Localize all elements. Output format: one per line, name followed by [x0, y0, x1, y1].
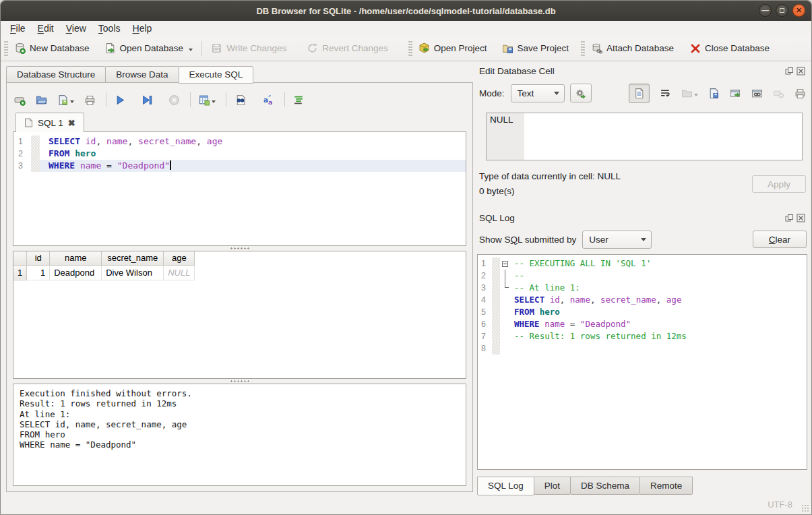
- log-text: SELECT id, name, secret_name, age: [513, 294, 681, 306]
- column-header-secret_name[interactable]: secret_name: [102, 251, 164, 265]
- editor-line[interactable]: 2FROM hero: [13, 148, 466, 160]
- tab-sql-log[interactable]: SQL Log: [477, 477, 534, 495]
- close-dock-icon2[interactable]: [797, 214, 805, 222]
- main-toolbar: New Database Open Database Write Changes…: [1, 36, 811, 61]
- new-database-button[interactable]: New Database: [11, 40, 92, 56]
- sql-toolbar: aa: [14, 90, 466, 110]
- submitted-by-combobox[interactable]: User: [582, 231, 652, 249]
- resize-grip[interactable]: [801, 504, 809, 512]
- text-mode-toggle[interactable]: [629, 84, 650, 103]
- save-project-button[interactable]: Save Project: [499, 40, 572, 56]
- close-database-button[interactable]: Close Database: [687, 41, 772, 56]
- toolbar-drag-handle[interactable]: [4, 40, 8, 57]
- text-cursor: [170, 160, 171, 170]
- save-cell-data-icon[interactable]: [708, 88, 720, 99]
- menu-view[interactable]: View: [60, 22, 92, 34]
- copy-link-icon[interactable]: [751, 88, 763, 99]
- execution-output[interactable]: Execution finished without errors.Result…: [13, 384, 466, 486]
- column-header-name[interactable]: name: [50, 251, 102, 265]
- line-number: 3: [13, 160, 31, 172]
- fold-box-icon[interactable]: [502, 261, 508, 267]
- save-results-dropdown-arrow[interactable]: [212, 100, 216, 103]
- import-cell-data-button: [681, 88, 698, 99]
- attach-database-button[interactable]: Attach Database: [588, 40, 677, 56]
- title-bar[interactable]: DB Browser for SQLite - /home/user/code/…: [1, 1, 811, 21]
- new-sql-tab-button[interactable]: [14, 94, 26, 106]
- table-cell[interactable]: 1: [27, 265, 50, 280]
- toolbar-drag-handle3[interactable]: [581, 40, 585, 57]
- sql-file-tab[interactable]: SQL 1 ✖: [15, 113, 84, 132]
- toolbar-drag-handle2[interactable]: [408, 40, 412, 57]
- log-line: 8: [478, 342, 807, 355]
- float-dock-icon[interactable]: [785, 67, 794, 75]
- open-in-app-icon[interactable]: [730, 88, 741, 99]
- auto-apply-button[interactable]: [570, 84, 592, 102]
- fold-margin: [31, 148, 40, 160]
- word-wrap-icon[interactable]: [660, 88, 671, 99]
- table-cell[interactable]: NULL: [164, 265, 195, 280]
- save-results-button[interactable]: [199, 94, 216, 106]
- format-sql-button[interactable]: [293, 94, 305, 106]
- open-database-dropdown-arrow[interactable]: [189, 49, 193, 51]
- editor-line[interactable]: 1SELECT id, name, secret_name, age: [13, 135, 466, 148]
- minimize-button[interactable]: —: [759, 4, 772, 17]
- menu-tools[interactable]: Tools: [92, 22, 127, 34]
- cell-value-editor[interactable]: NULL: [486, 113, 803, 160]
- autocomplete-button[interactable]: aa: [263, 94, 274, 106]
- line-number: 2: [478, 270, 492, 282]
- print-cell-icon[interactable]: [794, 88, 806, 99]
- mode-combobox[interactable]: Text: [511, 84, 565, 102]
- splitter-results-output[interactable]: [13, 379, 466, 384]
- open-database-button[interactable]: Open Database: [102, 40, 196, 56]
- sql-editor[interactable]: 1SELECT id, name, secret_name, age2FROM …: [13, 131, 466, 246]
- splitter-editor-results[interactable]: [13, 246, 466, 251]
- open-sql-file-button[interactable]: [36, 94, 47, 106]
- find-button[interactable]: [235, 94, 246, 106]
- svg-text:a: a: [268, 98, 272, 105]
- print-sql-button[interactable]: [84, 94, 96, 106]
- save-sql-file-button[interactable]: [57, 94, 74, 106]
- fold-margin: [492, 282, 500, 294]
- close-button[interactable]: ✕: [792, 4, 805, 17]
- open-sql-icon: [36, 94, 47, 106]
- sql-log-view[interactable]: 1-- EXECUTING ALL IN 'SQL 1'2--3-- At li…: [477, 254, 807, 470]
- sql-file-tab-bar: SQL 1 ✖: [13, 113, 466, 132]
- maximize-button[interactable]: [776, 4, 788, 17]
- main-area: Database Structure Browse Data Execute S…: [1, 61, 811, 495]
- table-row[interactable]: 11DeadpondDive WilsonNULL: [13, 265, 195, 280]
- column-header-id[interactable]: id: [27, 251, 50, 265]
- corner-header[interactable]: [13, 251, 27, 265]
- find-icon: [235, 94, 246, 106]
- tab-db-schema[interactable]: DB Schema: [570, 477, 640, 495]
- menu-help[interactable]: Help: [127, 22, 158, 34]
- new-tab-icon: [14, 94, 26, 106]
- close-sql-tab-icon[interactable]: ✖: [68, 118, 75, 128]
- code-text: SELECT id, name, secret_name, age: [40, 135, 466, 148]
- table-cell[interactable]: Dive Wilson: [102, 265, 164, 280]
- menu-file[interactable]: File: [4, 22, 32, 34]
- tab-database-structure[interactable]: Database Structure: [6, 66, 106, 83]
- revert-changes-icon: [307, 42, 318, 54]
- execute-all-button[interactable]: [115, 94, 126, 106]
- table-cell[interactable]: Deadpond: [50, 265, 102, 280]
- sql-log-dock-title[interactable]: SQL Log: [477, 211, 807, 224]
- row-header[interactable]: 1: [13, 265, 27, 280]
- sql-file-icon: [24, 118, 33, 127]
- tab-plot[interactable]: Plot: [534, 477, 571, 495]
- tab-execute-sql[interactable]: Execute SQL: [179, 66, 254, 84]
- fold-margin: [31, 135, 40, 148]
- open-project-button[interactable]: Open Project: [416, 40, 490, 56]
- tab-remote[interactable]: Remote: [639, 477, 693, 495]
- save-sql-dropdown-arrow[interactable]: [70, 100, 74, 103]
- tab-browse-data[interactable]: Browse Data: [105, 66, 179, 83]
- float-dock-icon2[interactable]: [785, 214, 794, 222]
- column-header-age[interactable]: age: [164, 251, 195, 265]
- editor-line[interactable]: 3WHERE name = "Deadpond": [13, 160, 466, 172]
- edit-cell-dock-title[interactable]: Edit Database Cell: [477, 64, 807, 78]
- open-file-icon: [681, 88, 693, 99]
- execute-line-button[interactable]: [142, 94, 153, 106]
- close-dock-icon[interactable]: [797, 67, 805, 75]
- log-text: WHERE name = "Deadpond": [513, 318, 631, 330]
- menu-edit[interactable]: Edit: [32, 22, 60, 34]
- clear-log-button[interactable]: Clear: [753, 231, 807, 248]
